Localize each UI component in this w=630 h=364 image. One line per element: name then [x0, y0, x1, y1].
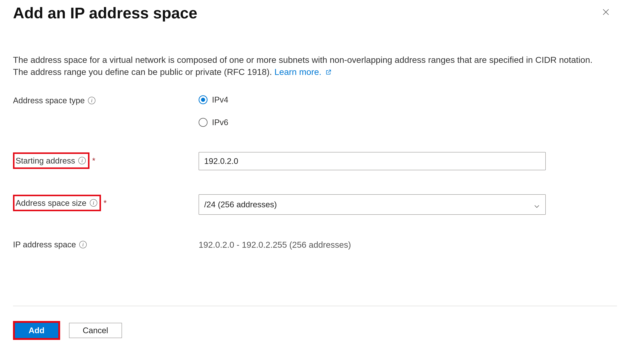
label-address-space-type: Address space type i: [13, 94, 198, 106]
label-text: Starting address: [16, 155, 75, 167]
highlight-box: Address space size i: [13, 195, 101, 211]
radio-ipv6[interactable]: IPv6: [198, 117, 546, 128]
info-icon[interactable]: i: [90, 199, 97, 206]
radio-icon: [198, 95, 208, 104]
dialog-add-ip-address-space: Add an IP address space The address spac…: [0, 0, 630, 364]
row-ip-address-space: IP address space i 192.0.2.0 - 192.0.2.2…: [13, 239, 617, 251]
dialog-footer: Add Cancel: [0, 306, 630, 340]
required-asterisk: *: [92, 155, 95, 167]
learn-more-link[interactable]: Learn more.: [274, 67, 332, 77]
learn-more-label: Learn more.: [274, 67, 321, 77]
divider: [13, 306, 617, 306]
label-text: Address space size: [16, 197, 86, 209]
dialog-description: The address space for a virtual network …: [13, 54, 607, 79]
select-value: /24 (256 addresses): [204, 199, 277, 210]
label-text: IP address space: [13, 239, 76, 250]
info-icon[interactable]: i: [78, 157, 86, 164]
row-address-space-type: Address space type i IPv4 IPv6: [13, 94, 617, 128]
radio-icon: [198, 118, 208, 127]
radio-label: IPv6: [212, 117, 228, 128]
chevron-down-icon: [534, 201, 540, 208]
close-button[interactable]: [600, 7, 612, 19]
required-asterisk: *: [104, 197, 107, 209]
add-button[interactable]: Add: [15, 323, 58, 338]
radio-label: IPv4: [212, 94, 228, 106]
label-address-space-size: Address space size i *: [13, 194, 198, 211]
dialog-title: Add an IP address space: [13, 2, 197, 24]
highlight-box: Starting address i: [13, 153, 90, 169]
row-address-space-size: Address space size i * /24 (256 addresse…: [13, 194, 617, 215]
row-starting-address: Starting address i *: [13, 152, 617, 170]
label-ip-address-space: IP address space i: [13, 239, 198, 250]
starting-address-input[interactable]: [198, 152, 546, 170]
radio-ipv4[interactable]: IPv4: [198, 94, 546, 106]
info-icon[interactable]: i: [88, 97, 96, 104]
ip-address-space-value: 192.0.2.0 - 192.0.2.255 (256 addresses): [198, 239, 546, 251]
label-starting-address: Starting address i *: [13, 152, 198, 169]
highlight-box: Add: [13, 321, 60, 340]
info-icon[interactable]: i: [79, 241, 87, 248]
radios-address-space-type: IPv4 IPv6: [198, 94, 546, 128]
external-link-icon: [326, 66, 332, 78]
close-icon: [602, 7, 610, 19]
cancel-button[interactable]: Cancel: [69, 323, 122, 338]
address-space-size-select[interactable]: /24 (256 addresses): [198, 194, 546, 215]
label-text: Address space type: [13, 95, 85, 106]
dialog-header: Add an IP address space: [13, 0, 617, 24]
